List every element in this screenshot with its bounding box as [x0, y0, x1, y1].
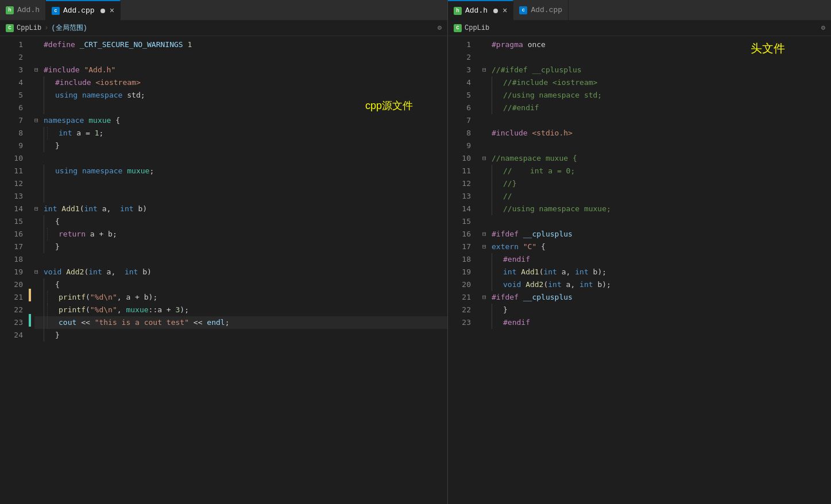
rcode-line-15 — [482, 215, 831, 228]
rcode-line-5: //using namespace std; — [482, 89, 831, 102]
tab-icon-add-h-left: h — [6, 6, 14, 14]
fold-icon-3[interactable]: ⊟ — [34, 64, 44, 76]
rcode-line-10: ⊟ //namespace muxue { — [482, 152, 831, 165]
rcode-line-11: // int a = 0; — [482, 165, 831, 177]
rcode-line-19: int Add1(int a, int b); — [482, 266, 831, 278]
tab-add-h-left[interactable]: h Add.h — [0, 0, 46, 20]
code-line-3: ⊟ #include "Add.h" — [34, 64, 447, 76]
fold-icon-r16[interactable]: ⊟ — [482, 228, 492, 241]
code-line-7: ⊟ namespace muxue { — [34, 114, 447, 127]
rcode-line-17: ⊟ extern "C" { — [482, 241, 831, 253]
scope-text-left: (全局范围) — [51, 23, 87, 33]
fold-icon-r10[interactable]: ⊟ — [482, 152, 492, 165]
tab-save-dot-left — [101, 9, 105, 13]
rcode-line-14: //using namespace muxue; — [482, 203, 831, 215]
settings-icon-left[interactable]: ⚙ — [438, 24, 442, 32]
code-line-16: return a + b; — [34, 228, 447, 241]
line-numbers-right: 12345 678910 1112131415 1617181920 21222… — [448, 36, 477, 504]
tab-label-add-h-left: Add.h — [17, 6, 40, 14]
tab-icon-add-h-right: h — [454, 7, 462, 15]
code-line-24: } — [34, 329, 447, 342]
code-line-17: } — [34, 241, 447, 253]
breadcrumb-left: C CppLib › (全局范围) ⚙ — [0, 20, 448, 36]
tab-label-add-cpp-left: Add.cpp — [63, 6, 95, 15]
rcode-line-22: } — [482, 304, 831, 316]
tab-add-cpp-left[interactable]: c Add.cpp × — [46, 0, 121, 20]
tab-icon-add-cpp-left: c — [52, 7, 60, 15]
tab-label-add-cpp-right: Add.cpp — [531, 6, 562, 14]
close-icon-left[interactable]: × — [110, 6, 114, 15]
code-line-2 — [34, 51, 447, 64]
code-line-18 — [34, 253, 447, 266]
rcode-line-21: ⊟ #ifdef __cplusplus — [482, 291, 831, 304]
settings-icon-right[interactable]: ⚙ — [821, 24, 825, 32]
tab-label-add-h-right: Add.h — [465, 6, 488, 15]
cpplib-icon-right: C — [454, 24, 462, 32]
code-line-1: #define _CRT_SECURE_NO_WARNINGS 1 — [34, 38, 447, 51]
tab-save-dot-right — [493, 9, 498, 13]
fold-icon-r21[interactable]: ⊟ — [482, 291, 492, 304]
code-line-10 — [34, 152, 447, 165]
breadcrumb-right: C CppLib ⚙ — [448, 20, 831, 36]
code-line-13 — [34, 190, 447, 203]
left-code-panel: 12345 678910 1112131415 1617181920 21222… — [0, 36, 448, 504]
fold-icon-r17[interactable]: ⊟ — [482, 241, 492, 253]
rcode-line-8: #include <stdio.h> — [482, 127, 831, 139]
code-line-11: using namespace muxue; — [34, 165, 447, 177]
code-line-15: { — [34, 215, 447, 228]
code-line-19: ⊟ void Add2(int a, int b) — [34, 266, 447, 278]
cpplib-icon-left: C — [6, 24, 14, 32]
code-line-23: cout << "this is a cout test" << endl; — [34, 316, 447, 329]
rcode-line-18: #endif — [482, 253, 831, 266]
rcode-line-6: //#endif — [482, 102, 831, 114]
code-line-22: printf("%d\n", muxue::a + 3); — [34, 304, 447, 316]
code-line-4: #include <iostream> — [34, 76, 447, 89]
breadcrumb-text-left: CppLib — [17, 24, 41, 32]
code-line-20: { — [34, 278, 447, 291]
tab-add-cpp-right[interactable]: c Add.cpp — [513, 0, 569, 20]
rcode-line-7 — [482, 114, 831, 127]
close-icon-right[interactable]: × — [503, 6, 507, 15]
tab-icon-add-cpp-right: c — [519, 6, 527, 14]
rcode-line-13: // — [482, 190, 831, 203]
annotation-cpp: cpp源文件 — [365, 99, 413, 112]
fold-icon-7[interactable]: ⊟ — [34, 114, 44, 127]
rcode-line-23: #endif — [482, 316, 831, 329]
fold-icon-14[interactable]: ⊟ — [34, 203, 44, 215]
rcode-line-12: //} — [482, 177, 831, 190]
rcode-line-4: //#include <iostream> — [482, 76, 831, 89]
breadcrumb-divider-left: › — [44, 24, 48, 32]
code-line-9: } — [34, 139, 447, 152]
fold-icon-r3[interactable]: ⊟ — [482, 64, 492, 76]
rcode-line-16: ⊟ #ifdef __cplusplus — [482, 228, 831, 241]
rcode-line-9 — [482, 139, 831, 152]
tab-add-h-right[interactable]: h Add.h × — [448, 0, 513, 20]
line-numbers-left: 12345 678910 1112131415 1617181920 21222… — [0, 36, 29, 504]
rcode-line-20: void Add2(int a, int b); — [482, 278, 831, 291]
right-code-panel: 12345 678910 1112131415 1617181920 21222… — [448, 36, 831, 504]
code-line-14: ⊟ int Add1(int a, int b) — [34, 203, 447, 215]
code-line-21: printf("%d\n", a + b); — [34, 291, 447, 304]
code-content-left[interactable]: #define _CRT_SECURE_NO_WARNINGS 1 ⊟ #inc… — [31, 36, 447, 504]
rcode-line-3: ⊟ //#ifdef __cplusplus — [482, 64, 831, 76]
code-content-right[interactable]: #pragma once ⊟ //#ifdef __cplusplus //#i… — [479, 36, 831, 504]
code-line-12 — [34, 177, 447, 190]
code-line-8: int a = 1; — [34, 127, 447, 139]
fold-icon-19[interactable]: ⊟ — [34, 266, 44, 278]
breadcrumb-text-right: CppLib — [465, 24, 489, 32]
annotation-header: 头文件 — [751, 42, 785, 55]
